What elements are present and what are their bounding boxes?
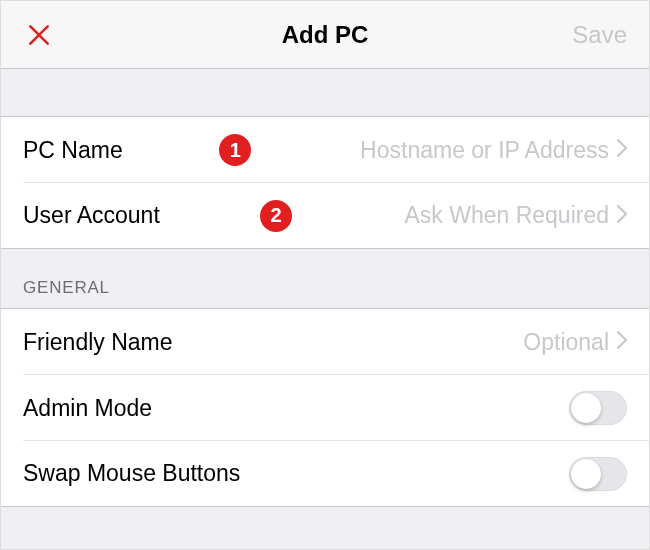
close-icon	[26, 22, 52, 48]
annotation-badge-2: 2	[260, 200, 292, 232]
admin-mode-row: Admin Mode	[1, 375, 649, 441]
general-section-header: GENERAL	[1, 249, 649, 309]
connection-group: PC Name 1 Hostname or IP Address User Ac…	[1, 117, 649, 249]
admin-mode-toggle[interactable]	[569, 391, 627, 425]
chevron-right-icon	[617, 331, 627, 353]
pc-name-row[interactable]: PC Name 1 Hostname or IP Address	[1, 117, 649, 183]
general-header-label: GENERAL	[23, 278, 110, 298]
swap-mouse-label: Swap Mouse Buttons	[23, 460, 240, 487]
user-account-row[interactable]: User Account 2 Ask When Required	[1, 183, 649, 249]
annotation-badge-1: 1	[219, 134, 251, 166]
general-group: Friendly Name Optional Admin Mode Swap M…	[1, 309, 649, 507]
nav-header: Add PC Save	[1, 1, 649, 69]
user-account-label: User Account	[23, 202, 160, 229]
toggle-knob	[571, 393, 601, 423]
section-spacer	[1, 69, 649, 117]
friendly-name-value: Optional	[523, 329, 609, 356]
swap-mouse-row: Swap Mouse Buttons	[1, 441, 649, 507]
page-title: Add PC	[1, 21, 649, 49]
swap-mouse-toggle[interactable]	[569, 457, 627, 491]
toggle-knob	[571, 459, 601, 489]
pc-name-value: Hostname or IP Address	[360, 137, 609, 164]
admin-mode-label: Admin Mode	[23, 395, 152, 422]
user-account-value: Ask When Required	[404, 202, 609, 229]
chevron-right-icon	[617, 205, 627, 227]
pc-name-label: PC Name	[23, 137, 123, 164]
friendly-name-label: Friendly Name	[23, 329, 173, 356]
friendly-name-row[interactable]: Friendly Name Optional	[1, 309, 649, 375]
save-button[interactable]: Save	[572, 21, 627, 49]
close-button[interactable]	[23, 19, 55, 51]
chevron-right-icon	[617, 139, 627, 161]
